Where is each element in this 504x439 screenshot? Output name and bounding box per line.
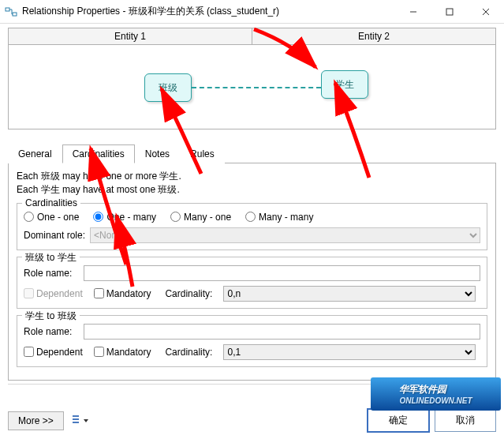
cardinalities-group-title: Cardinalities: [22, 197, 80, 208]
svg-rect-8: [73, 422, 79, 423]
entities-header: Entity 1 Entity 2: [8, 28, 496, 44]
rel2-dependent[interactable]: Dependent: [24, 347, 83, 358]
radio-one-many-input[interactable]: [93, 212, 103, 222]
maximize-button[interactable]: [431, 0, 468, 24]
tab-cardinalities[interactable]: Cardinalities: [62, 144, 135, 163]
entity2-header: Entity 2: [252, 28, 495, 44]
watermark: 华军软件园 ONLINEDOWN.NET: [371, 377, 501, 411]
svg-rect-7: [73, 418, 79, 420]
window-title: Relationship Properties - 班级和学生的关系 (clas…: [22, 5, 395, 18]
radio-many-many[interactable]: Many - many: [245, 212, 313, 223]
svg-rect-6: [73, 415, 79, 417]
rel2-group: 学生 to 班级 Role name: Dependent Mandatory …: [17, 315, 487, 367]
tabs: General Cardinalities Notes Rules: [8, 144, 496, 163]
entity1-label: 班级: [159, 81, 177, 95]
cardinalities-group: Cardinalities One - one One - many Many …: [17, 203, 487, 250]
rel2-cardinality-select[interactable]: 0,1: [223, 344, 476, 360]
list-icon: [72, 414, 83, 427]
rel2-mandatory-checkbox[interactable]: [94, 347, 104, 357]
rel2-dependent-checkbox[interactable]: [24, 347, 34, 357]
ok-button[interactable]: 确定: [367, 408, 430, 433]
watermark-top: 华军软件园: [399, 384, 446, 395]
bottom-bar: More >> 确定 取消: [8, 408, 496, 433]
rel1-cardinality-label: Cardinality:: [165, 288, 212, 299]
relationship-description: Each 班级 may have one or more 学生. Each 学生…: [17, 170, 487, 197]
radio-one-one[interactable]: One - one: [24, 212, 79, 223]
dominant-role-label: Dominant role:: [24, 230, 85, 241]
dominant-role-select: <None>: [90, 227, 480, 243]
rel1-cardinality-select[interactable]: 0,n: [223, 286, 476, 302]
rel2-mandatory[interactable]: Mandatory: [94, 347, 151, 358]
radio-one-one-input[interactable]: [24, 212, 34, 222]
tab-general[interactable]: General: [8, 144, 62, 163]
rel2-title: 学生 to 班级: [22, 310, 80, 323]
titlebar: Relationship Properties - 班级和学生的关系 (clas…: [0, 0, 504, 24]
entity1-header: Entity 1: [9, 28, 252, 44]
rel2-rolename-input[interactable]: [84, 324, 480, 340]
relationship-diagram: 班级 学生: [8, 44, 496, 129]
rel1-mandatory[interactable]: Mandatory: [94, 288, 151, 299]
menu-icon-button[interactable]: [69, 412, 92, 429]
tab-rules[interactable]: Rules: [180, 144, 225, 163]
rel1-dependent: Dependent: [24, 288, 83, 299]
more-button[interactable]: More >>: [8, 411, 64, 430]
rel1-rolename-input[interactable]: [84, 265, 480, 281]
rel1-title: 班级 to 学生: [22, 251, 80, 265]
svg-rect-3: [446, 9, 453, 15]
description-line2: Each 学生 may have at most one 班级.: [17, 183, 487, 197]
rel1-dependent-checkbox: [24, 288, 34, 298]
relationship-line: [192, 87, 321, 88]
watermark-bottom: ONLINEDOWN.NET: [399, 396, 472, 405]
entity2-box[interactable]: 学生: [321, 70, 368, 99]
cancel-button[interactable]: 取消: [435, 409, 496, 432]
radio-many-one[interactable]: Many - one: [170, 212, 231, 223]
cardinalities-panel: Each 班级 may have one or more 学生. Each 学生…: [8, 163, 496, 381]
rel2-cardinality-label: Cardinality:: [165, 347, 212, 358]
tab-notes[interactable]: Notes: [135, 144, 180, 163]
dropdown-arrow-icon: [83, 415, 89, 426]
close-button[interactable]: [468, 0, 504, 24]
entity1-box[interactable]: 班级: [144, 73, 192, 102]
radio-many-one-input[interactable]: [170, 212, 181, 222]
svg-rect-1: [13, 13, 17, 16]
radio-one-many[interactable]: One - many: [93, 212, 156, 223]
rel1-group: 班级 to 学生 Role name: Dependent Mandatory …: [17, 257, 487, 309]
minimize-button[interactable]: [395, 0, 431, 24]
relationship-icon: [5, 6, 17, 18]
svg-rect-0: [6, 8, 9, 11]
entity2-label: 学生: [335, 78, 354, 92]
rel1-rolename-label: Role name:: [24, 268, 79, 279]
description-line1: Each 班级 may have one or more 学生.: [17, 170, 487, 183]
radio-many-many-input[interactable]: [245, 212, 256, 222]
rel2-rolename-label: Role name:: [24, 326, 79, 337]
rel1-mandatory-checkbox[interactable]: [94, 288, 104, 298]
